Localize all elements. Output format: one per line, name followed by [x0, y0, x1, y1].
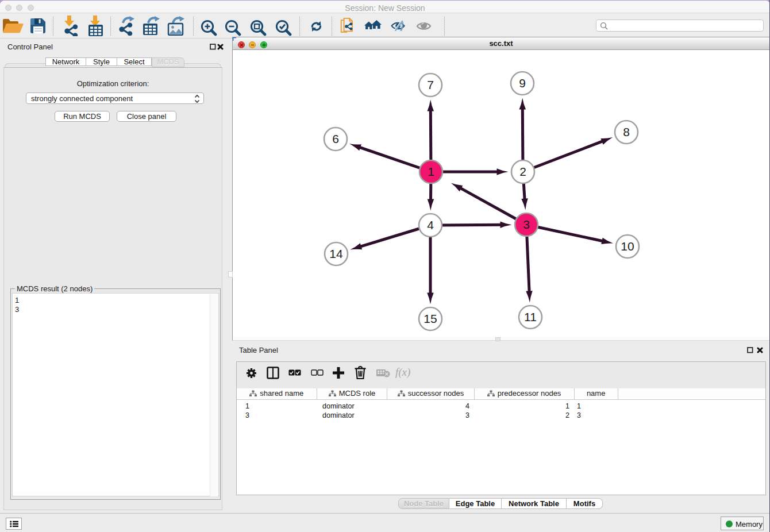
svg-text:7: 7	[427, 78, 434, 91]
svg-text:8: 8	[623, 125, 630, 138]
svg-text:4: 4	[427, 218, 434, 232]
svg-text:6: 6	[332, 132, 339, 145]
svg-text:14: 14	[329, 247, 343, 260]
svg-text:15: 15	[424, 312, 437, 325]
svg-text:2: 2	[519, 165, 526, 178]
svg-text:1: 1	[428, 165, 434, 178]
svg-text:9: 9	[519, 76, 526, 90]
svg-text:3: 3	[523, 218, 530, 231]
svg-text:11: 11	[524, 310, 537, 323]
svg-text:10: 10	[621, 240, 634, 253]
